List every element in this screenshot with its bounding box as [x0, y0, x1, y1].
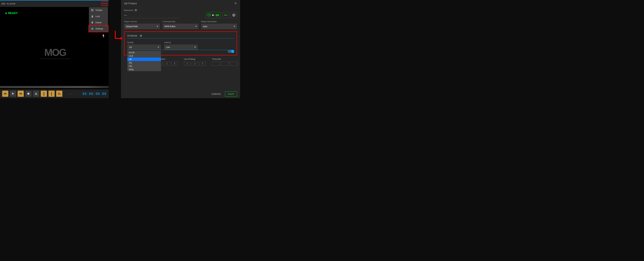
play-monitor-icon [208, 14, 211, 16]
prev-button[interactable] [2, 90, 8, 97]
svg-point-33 [225, 15, 226, 16]
svg-rect-18 [35, 94, 37, 94]
menu-label: Lock [95, 15, 100, 18]
mark-out-button[interactable]: ] [41, 90, 47, 97]
menu-label: Delete [95, 21, 102, 24]
quality-option[interactable]: SHQ [127, 68, 161, 71]
quality-dropdown: XULB ULB LB SQ HQ SHQ [127, 51, 161, 71]
mnemonic-slot[interactable]: 2 [164, 62, 170, 66]
svg-rect-26 [216, 14, 216, 15]
svg-rect-17 [28, 93, 29, 94]
svg-rect-28 [217, 14, 217, 15]
close-button[interactable]: ✕ [234, 2, 237, 6]
brand-logo: MOG exceeding media challenges [40, 47, 70, 60]
feature-chip-playback[interactable] [206, 12, 221, 18]
ready-status: READY [6, 12, 18, 15]
quality-label: Quality [127, 41, 161, 44]
svg-rect-13 [103, 36, 104, 37]
svg-rect-1 [92, 16, 93, 18]
chevron-down-icon [195, 26, 197, 27]
quality-option[interactable]: ULB [127, 54, 161, 58]
trash-icon [91, 21, 94, 24]
menu-label: Toolbar [95, 9, 102, 12]
svg-rect-30 [218, 14, 218, 15]
playlist-button[interactable] [56, 90, 62, 97]
checkbox-icon [91, 9, 94, 12]
tc-segment: 88 [96, 92, 100, 96]
mark-in-button[interactable]: [ [48, 90, 55, 97]
play-button[interactable] [10, 90, 16, 97]
link-dots-icon [224, 14, 227, 16]
menu-item-toolbar[interactable]: Toolbar [89, 7, 108, 13]
svg-line-9 [91, 28, 92, 28]
quality-option[interactable]: HQ [127, 64, 161, 68]
mnemonic-value[interactable]: — [124, 12, 180, 18]
lock-icon [91, 15, 94, 18]
help-icon[interactable]: ? [134, 9, 137, 12]
settings-header: SETTINGS ✕ [121, 0, 240, 7]
chevron-down-icon [158, 47, 159, 48]
player-pane: PLAYER Toolbar Lock [0, 0, 109, 98]
live-slot[interactable]: 3 [200, 62, 206, 66]
menu-item-settings[interactable]: Settings [88, 25, 108, 32]
menu-item-lock[interactable]: Lock [89, 13, 108, 20]
live-slot[interactable]: 2 [192, 62, 198, 66]
chevron-down-icon [157, 26, 158, 27]
live-slot[interactable]: 1 [184, 62, 190, 66]
logo-text: MOG [40, 47, 70, 58]
quality-option[interactable]: LB [127, 58, 161, 61]
logo-tagline: exceeding media challenges [40, 58, 70, 60]
svg-rect-29 [218, 14, 218, 15]
stream-toggle[interactable] [228, 50, 234, 53]
quality-option[interactable]: XULB [127, 51, 161, 54]
power-circle-icon [232, 14, 235, 17]
timecode-display: 88: 88: 88: 88 [82, 92, 106, 96]
help-icon[interactable]: ? [140, 34, 142, 37]
cancel-button[interactable]: CANCEL [212, 93, 221, 95]
play-icon [6, 12, 7, 14]
timecode-slot[interactable] [230, 62, 238, 66]
tc-segment: 88 [102, 92, 107, 96]
svg-line-10 [93, 29, 93, 30]
hamburger-icon[interactable] [2, 2, 5, 6]
more-options-button[interactable] [102, 2, 107, 6]
stop-button[interactable] [25, 90, 32, 97]
quality-select[interactable]: LB [127, 44, 161, 50]
player-service-select[interactable]: RplayerWeb [124, 24, 160, 29]
quality-option[interactable]: SQ [127, 61, 161, 64]
svg-line-12 [93, 28, 93, 28]
feature-chip-output[interactable] [230, 12, 237, 18]
mnemonic-slot[interactable]: 3 [171, 62, 178, 66]
settings-pane: SETTINGS ✕ Mnemonic ? — [121, 0, 240, 98]
svg-rect-3 [92, 22, 93, 22]
timecode-slot[interactable] [212, 62, 220, 66]
player-service-label: Player Service [124, 20, 160, 23]
scrub-bar[interactable] [0, 86, 109, 88]
keyboard-icon [216, 14, 219, 16]
player-context-menu: Toolbar Lock Delete Settings [89, 7, 108, 32]
command-bar-select[interactable]: WEB Editor [162, 24, 198, 29]
tc-placeholder: -- [68, 92, 73, 96]
svg-point-4 [92, 28, 93, 29]
svg-rect-27 [216, 14, 217, 15]
svg-rect-14 [104, 36, 104, 37]
menu-label: Settings [95, 28, 103, 30]
player-resolution-select[interactable]: Auto [201, 24, 237, 29]
next-button[interactable] [18, 90, 24, 97]
chevron-down-icon [194, 47, 196, 48]
speaker-icon [212, 14, 214, 16]
gear-icon [91, 28, 94, 30]
timecode-slot[interactable] [221, 62, 229, 66]
tc-segment: 88 [82, 92, 87, 96]
save-button[interactable]: SAVE [225, 91, 237, 96]
live-probing-label: Live Probing: [184, 58, 206, 60]
svg-rect-16 [21, 93, 22, 94]
feature-chip-link[interactable] [222, 12, 229, 18]
tc-segment: 88 [89, 92, 93, 96]
latency-label: Latency [164, 41, 198, 44]
player-header: PLAYER [0, 0, 109, 7]
latency-select[interactable]: Low [164, 44, 198, 50]
menu-item-delete[interactable]: Delete [89, 20, 108, 26]
eject-button[interactable] [33, 90, 39, 97]
player-resolution-label: Player Resolution [201, 20, 237, 23]
